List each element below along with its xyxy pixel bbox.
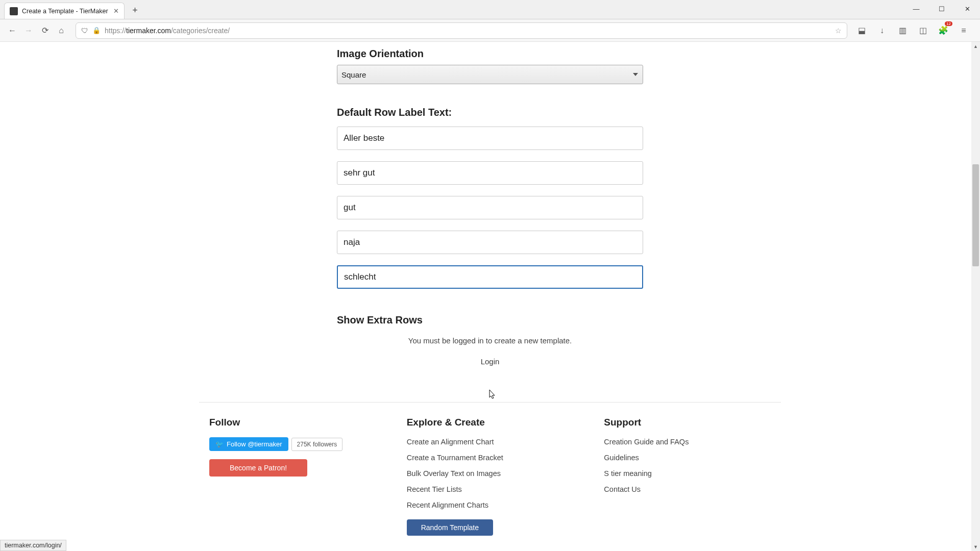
support-heading: Support [604, 417, 771, 428]
lock-icon: 🔒 [92, 27, 101, 34]
library-icon[interactable]: ▥ [894, 22, 911, 39]
row-label-input-3[interactable] [337, 196, 643, 219]
twitter-follow-label: Follow @tiermaker [227, 440, 282, 448]
extension-badge-icon[interactable]: 🧩12 [935, 22, 951, 39]
browser-nav-bar: ← → ⟳ ⌂ 🛡 🔒 https://tiermaker.com/catego… [0, 19, 980, 42]
footer-divider [199, 402, 781, 403]
status-bar: tiermaker.com/login/ [0, 540, 66, 551]
explore-link-tournament[interactable]: Create a Tournament Bracket [407, 454, 503, 462]
main-content: Image Orientation Square Default Row Lab… [337, 48, 827, 374]
scroll-up-icon[interactable]: ▲ [971, 42, 980, 51]
url-bar[interactable]: 🛡 🔒 https://tiermaker.com/categories/cre… [76, 22, 847, 39]
reload-button[interactable]: ⟳ [37, 22, 53, 39]
support-links: Creation Guide and FAQs Guidelines S tie… [604, 437, 771, 494]
row-labels-section: Default Row Label Text: [337, 107, 643, 300]
row-label-input-5[interactable] [337, 265, 643, 289]
support-link-contact[interactable]: Contact Us [604, 485, 641, 493]
follow-heading: Follow [209, 417, 376, 428]
pocket-icon[interactable]: ⬓ [853, 22, 870, 39]
bookmark-icon[interactable]: ☆ [835, 27, 842, 35]
footer: Follow 🐦 Follow @tiermaker 275K follower… [199, 417, 781, 536]
menu-icon[interactable]: ≡ [955, 22, 972, 39]
twitter-icon: 🐦 [215, 440, 224, 448]
url-path: /categories/create/ [171, 27, 230, 35]
new-tab-button[interactable]: + [130, 5, 141, 16]
support-link-guidelines[interactable]: Guidelines [604, 454, 639, 462]
patron-button[interactable]: Become a Patron! [209, 459, 307, 477]
explore-link-alignment[interactable]: Create an Alignment Chart [407, 438, 494, 446]
footer-explore-column: Explore & Create Create an Alignment Cha… [407, 417, 574, 536]
image-orientation-select[interactable]: Square [337, 65, 643, 84]
shield-icon: 🛡 [81, 27, 88, 35]
back-button[interactable]: ← [4, 22, 20, 39]
extra-rows-section: Show Extra Rows [337, 314, 827, 326]
home-button[interactable]: ⌂ [53, 22, 69, 39]
forward-button[interactable]: → [20, 22, 37, 39]
footer-support-column: Support Creation Guide and FAQs Guidelin… [604, 417, 771, 536]
browser-title-bar: Create a Template - TierMaker ✕ + — ☐ ✕ [0, 0, 980, 19]
url-scheme: https:// [105, 27, 126, 35]
support-link-stier[interactable]: S tier meaning [604, 469, 652, 478]
favicon-icon [10, 7, 18, 15]
support-link-guide[interactable]: Creation Guide and FAQs [604, 438, 689, 446]
minimize-button[interactable]: — [903, 0, 929, 17]
url-host: tiermaker.com [126, 27, 171, 35]
row-label-input-2[interactable] [337, 161, 643, 185]
maximize-button[interactable]: ☐ [929, 0, 954, 17]
twitter-follower-count: 275K followers [291, 438, 343, 451]
tab-title: Create a Template - TierMaker [22, 8, 108, 15]
scroll-down-icon[interactable]: ▼ [971, 542, 980, 551]
explore-link-recent-alignment[interactable]: Recent Alignment Charts [407, 501, 488, 509]
image-orientation-label: Image Orientation [337, 48, 827, 60]
random-template-button[interactable]: Random Template [407, 519, 493, 536]
close-tab-icon[interactable]: ✕ [113, 7, 119, 15]
row-label-input-1[interactable] [337, 127, 643, 150]
twitter-follow: 🐦 Follow @tiermaker 275K followers [209, 437, 342, 451]
downloads-icon[interactable]: ↓ [874, 22, 890, 39]
row-labels-heading: Default Row Label Text: [337, 107, 643, 118]
extra-rows-heading: Show Extra Rows [337, 314, 827, 326]
login-required-message: You must be logged in to create a new te… [337, 336, 643, 345]
image-orientation-select-wrap: Square [337, 65, 643, 84]
scroll-thumb[interactable] [972, 164, 979, 266]
twitter-follow-button[interactable]: 🐦 Follow @tiermaker [209, 437, 288, 451]
explore-heading: Explore & Create [407, 417, 574, 428]
login-link[interactable]: Login [337, 357, 643, 366]
browser-tab[interactable]: Create a Template - TierMaker ✕ [4, 3, 125, 19]
page-viewport: Image Orientation Square Default Row Lab… [0, 42, 980, 551]
explore-link-recent-tier[interactable]: Recent Tier Lists [407, 485, 462, 493]
window-controls: — ☐ ✕ [903, 0, 980, 17]
footer-follow-column: Follow 🐦 Follow @tiermaker 275K follower… [209, 417, 376, 536]
sidebar-icon[interactable]: ◫ [915, 22, 931, 39]
vertical-scrollbar[interactable]: ▲ ▼ [971, 42, 980, 551]
close-window-button[interactable]: ✕ [954, 0, 980, 17]
row-label-input-4[interactable] [337, 231, 643, 254]
explore-links: Create an Alignment Chart Create a Tourn… [407, 437, 574, 510]
explore-link-overlay[interactable]: Bulk Overlay Text on Images [407, 469, 501, 478]
